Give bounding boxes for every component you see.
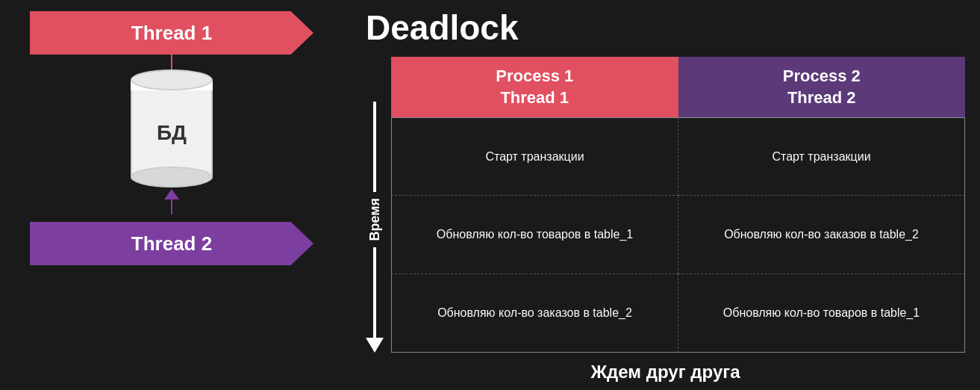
timeline: Время (366, 57, 384, 353)
db-label: БД (157, 121, 187, 145)
table-row: Старт транзакции Старт транзакции (391, 117, 965, 196)
row2-col2: Обновляю кол-во заказов в table_2 (678, 196, 965, 274)
table-row: Обновляю кол-во заказов в table_2 Обновл… (391, 274, 965, 353)
deadlock-title: Deadlock (366, 7, 965, 48)
thread1-label: Thread 1 (131, 22, 212, 45)
arrow-up-icon (164, 189, 179, 199)
thread2-label: Thread 2 (131, 232, 212, 256)
cylinder-body: БД (131, 90, 213, 177)
cylinder-top (131, 69, 213, 90)
row2-col1: Обновляю кол-во товаров в table_1 (391, 196, 678, 274)
right-panel: Deadlock Время Process 1Thread 1 Process… (343, 0, 980, 390)
timeline-arrowhead-icon (366, 338, 384, 353)
db-cylinder: БД (131, 80, 213, 177)
left-panel: Thread 1 БД Thread 2 (0, 0, 343, 390)
process2-header: Process 2Thread 2 (678, 57, 966, 117)
process1-header-text: Process 1Thread 1 (496, 66, 573, 108)
grid-table: Process 1Thread 1 Process 2Thread 2 Стар… (391, 57, 965, 353)
connector-bottom (164, 189, 179, 214)
waiting-text: Ждем друг друга (366, 353, 965, 383)
process1-header: Process 1Thread 1 (391, 57, 678, 117)
timeline-label: Время (367, 198, 383, 241)
row1-col1: Старт транзакции (391, 117, 678, 196)
row1-col2: Старт транзакции (678, 117, 965, 196)
thread1-arrow: Thread 1 (30, 11, 313, 55)
timeline-line2 (373, 247, 376, 338)
process2-header-text: Process 2Thread 2 (783, 66, 861, 108)
table-container: Время Process 1Thread 1 Process 2Thread … (366, 57, 965, 353)
row3-col1: Обновляю кол-во заказов в table_2 (391, 274, 678, 353)
cylinder-bottom (131, 167, 213, 188)
table-row: Обновляю кол-во товаров в table_1 Обновл… (391, 196, 965, 274)
timeline-line (373, 102, 376, 192)
line-red-top (171, 55, 172, 69)
header-row: Process 1Thread 1 Process 2Thread 2 (391, 57, 965, 117)
db-cylinder-container: БД (131, 80, 213, 177)
line-purple-bottom (171, 199, 172, 214)
thread2-arrow: Thread 2 (30, 222, 313, 265)
row3-col2: Обновляю кол-во товаров в table_1 (678, 274, 965, 353)
